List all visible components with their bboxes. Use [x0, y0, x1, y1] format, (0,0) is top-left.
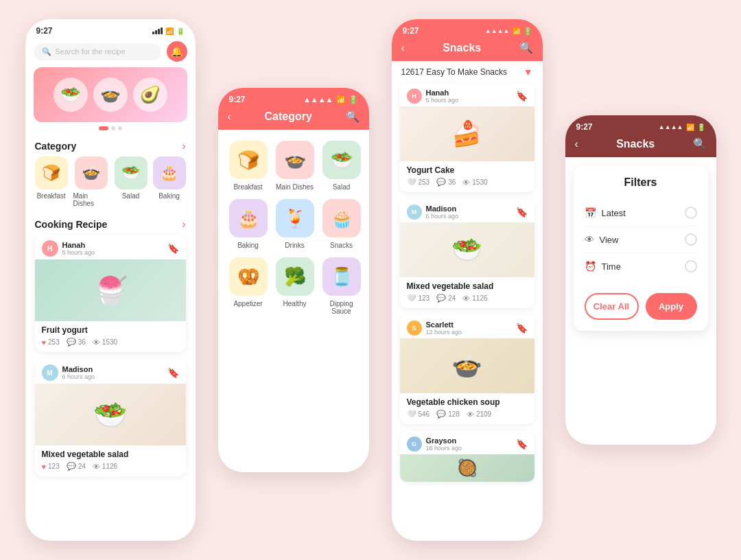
- cat-breakfast[interactable]: 🍞 Breakfast: [35, 156, 68, 207]
- clear-all-button[interactable]: Clear All: [585, 293, 639, 320]
- snack-header-0: H Hanah 5 hours ago 🔖: [400, 83, 534, 106]
- comment-icon-0: 💬: [67, 338, 76, 347]
- grid-breakfast-icon: 🍞: [229, 141, 268, 179]
- grid-appetizer[interactable]: 🥨 Appetizer: [229, 257, 268, 315]
- grid-main-icon: 🍲: [276, 141, 314, 179]
- cooking-see-more[interactable]: ›: [182, 218, 185, 231]
- filter-latest[interactable]: 📅 Latest: [585, 200, 697, 226]
- snack-user-0: H Hanah 5 hours ago: [407, 89, 459, 104]
- main-dishes-label: Main Dishes: [73, 192, 109, 207]
- cooking-title: Cooking Recipe: [35, 219, 108, 230]
- snack-heart-1: 🤍: [407, 294, 416, 303]
- views-0: 👁1530: [93, 338, 117, 347]
- baking-label: Baking: [158, 192, 180, 200]
- recipe-title-0: Fruit yogurt: [35, 321, 186, 338]
- snack-bookmark-1[interactable]: 🔖: [516, 207, 528, 218]
- snack-comments-2: 💬128: [436, 410, 460, 419]
- snack-time-1: 6 hours ago: [426, 213, 459, 220]
- apply-button[interactable]: Apply: [646, 293, 697, 320]
- status-bar-4: 9:27 ▲▲▲▲ 📶 🔋: [565, 115, 716, 135]
- snack-heart-2: 🤍: [407, 410, 416, 419]
- bookmark-1[interactable]: 🔖: [167, 367, 179, 378]
- filter-icon[interactable]: ▼: [524, 67, 533, 78]
- bookmark-0[interactable]: 🔖: [167, 243, 179, 254]
- snack-bookmark-0[interactable]: 🔖: [516, 91, 528, 102]
- comments-1: 💬24: [67, 462, 86, 471]
- recipe-header-1: M Madison 6 hours ago 🔖: [35, 359, 186, 384]
- snacks-nav: ‹ Snacks 🔍: [392, 38, 543, 61]
- battery-1: 🔋: [176, 27, 185, 35]
- hero-banner: 🥗 🍲 🥑: [34, 67, 187, 122]
- signal-3: ▲▲▲▲: [485, 27, 510, 34]
- recipe-card-1[interactable]: M Madison 6 hours ago 🔖 🥗 Mixed vegetabl…: [35, 359, 186, 476]
- view-icon-1: 👁: [93, 463, 100, 471]
- grid-baking-label: Baking: [237, 242, 259, 249]
- grid-healthy[interactable]: 🥦 Healthy: [276, 257, 314, 315]
- snack-username-1: Madison: [426, 205, 459, 213]
- search-bar[interactable]: 🔍 Search for the recipe: [34, 43, 161, 60]
- radio-latest[interactable]: [685, 207, 697, 219]
- nav-title-4: Snacks: [578, 138, 693, 150]
- food-item-3: 🥑: [133, 78, 167, 112]
- snack-card-1[interactable]: M Madison 6 hours ago 🔖 🥗 Mixed vegetabl…: [400, 199, 534, 308]
- status-bar-1: 9:27 📶 🔋: [25, 19, 196, 38]
- snack-title-2: Vegetable chicken soup: [400, 393, 534, 410]
- snack-likes-2: 🤍546: [407, 410, 430, 419]
- grid-salad-icon: 🥗: [322, 141, 361, 179]
- grid-baking[interactable]: 🎂 Baking: [229, 199, 268, 249]
- grid-dipping[interactable]: 🫙 Dipping Sauce: [322, 257, 361, 315]
- wifi-1: 📶: [165, 27, 174, 35]
- snack-user-2: S Scarlett 12 hours ago: [407, 320, 462, 336]
- snack-views-0: 👁1530: [462, 178, 487, 187]
- snack-card-0[interactable]: H Hanah 5 hours ago 🔖 🍰 Yogurt Cake 🤍253…: [400, 83, 534, 192]
- notification-button[interactable]: 🔔: [167, 41, 187, 62]
- grid-drinks[interactable]: 🍹 Drinks: [276, 199, 314, 249]
- filters-nav: ‹ Snacks 🔍: [565, 135, 716, 157]
- filter-heading: Filters: [585, 176, 697, 189]
- snack-user-3: G Grayson 18 hours ago: [407, 436, 462, 452]
- username-0: Hanah: [62, 241, 95, 249]
- snack-card-3[interactable]: G Grayson 18 hours ago 🔖 🥘: [400, 431, 534, 482]
- grid-salad[interactable]: 🥗 Salad: [322, 141, 361, 191]
- snack-bookmark-2[interactable]: 🔖: [516, 323, 528, 334]
- recipe-card-0[interactable]: H Hanah 5 hours ago 🔖 🍧 Fruit yogurt ♥25…: [35, 235, 186, 352]
- filter-view[interactable]: 👁 View: [585, 226, 697, 253]
- grid-breakfast[interactable]: 🍞 Breakfast: [229, 141, 268, 191]
- snack-stats-1: 🤍123 💬24 👁1126: [400, 294, 534, 308]
- cat-salad[interactable]: 🥗 Salad: [115, 156, 148, 207]
- snack-avatar-0: H: [407, 89, 422, 104]
- recipe-stats-1: ♥123 💬24 👁1126: [35, 462, 186, 476]
- heart-icon-0: ♥: [42, 338, 47, 347]
- cat-baking[interactable]: 🎂 Baking: [153, 156, 186, 207]
- snack-likes-1: 🤍123: [407, 294, 430, 303]
- baking-icon: 🎂: [153, 156, 186, 189]
- snack-comments-1: 💬24: [436, 294, 456, 303]
- snack-avatar-1: M: [407, 205, 422, 220]
- grid-breakfast-label: Breakfast: [233, 183, 262, 191]
- grid-snacks[interactable]: 🧁 Snacks: [322, 199, 361, 249]
- snack-card-2[interactable]: S Scarlett 12 hours ago 🔖 🍲 Vegetable ch…: [400, 315, 534, 424]
- grid-main[interactable]: 🍲 Main Dishes: [276, 141, 314, 191]
- snack-food-1: 🥗: [451, 235, 482, 264]
- comments-0: 💬36: [67, 338, 86, 347]
- heart-icon-1: ♥: [42, 463, 47, 471]
- user-details-1: Madison 6 hours ago: [62, 365, 95, 380]
- radio-view[interactable]: [685, 233, 697, 246]
- category-see-more[interactable]: ›: [182, 140, 185, 152]
- search-icon-4[interactable]: 🔍: [693, 137, 707, 150]
- filter-time[interactable]: ⏰ Time: [585, 253, 697, 279]
- avatar-0: H: [42, 240, 58, 257]
- search-icon-2[interactable]: 🔍: [346, 110, 360, 123]
- banner-food-items: 🥗 🍲 🥑: [48, 72, 173, 117]
- likes-0: ♥253: [42, 338, 60, 347]
- grid-healthy-label: Healthy: [283, 300, 307, 307]
- cat-main[interactable]: 🍲 Main Dishes: [73, 156, 109, 207]
- grid-snacks-label: Snacks: [330, 242, 353, 249]
- time-1: 9:27: [36, 26, 53, 36]
- radio-time[interactable]: [685, 260, 697, 272]
- snack-view-1: 👁: [462, 294, 470, 303]
- snack-bookmark-3[interactable]: 🔖: [516, 439, 528, 450]
- search-icon-3[interactable]: 🔍: [519, 41, 533, 54]
- filter-time-label: Time: [602, 261, 621, 272]
- snack-comment-2: 💬: [436, 410, 446, 419]
